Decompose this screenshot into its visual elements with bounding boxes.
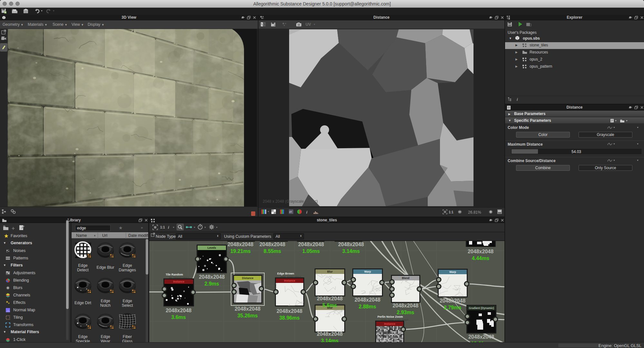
svg-text:1.05ms: 1.05ms bbox=[302, 248, 320, 254]
svg-text:Gradient (Dynamic): Gradient (Dynamic) bbox=[469, 306, 494, 310]
svg-text:Perlin Noise Zoom: Perlin Noise Zoom bbox=[377, 315, 403, 318]
svg-text:2048x2048: 2048x2048 bbox=[355, 297, 380, 303]
svg-text:2048x2048: 2048x2048 bbox=[317, 331, 343, 337]
svg-text:2048x2048: 2048x2048 bbox=[393, 303, 418, 308]
svg-text:3.14ms: 3.14ms bbox=[321, 338, 338, 342]
svg-text:Edge Brown: Edge Brown bbox=[277, 272, 294, 275]
svg-text:Blend: Blend bbox=[402, 276, 410, 280]
svg-text:2048x2048: 2048x2048 bbox=[259, 242, 285, 247]
svg-text:2048x2048: 2048x2048 bbox=[277, 308, 302, 314]
svg-text:3.6ms: 3.6ms bbox=[171, 314, 186, 320]
svg-text:2.79ms: 2.79ms bbox=[444, 305, 461, 310]
svg-text:2048x2048: 2048x2048 bbox=[166, 308, 191, 313]
svg-text:2.93ms: 2.93ms bbox=[397, 310, 414, 315]
svg-text:2048x2048: 2048x2048 bbox=[235, 306, 260, 312]
svg-text:2048x2048: 2048x2048 bbox=[338, 242, 364, 247]
svg-text:19.21ms: 19.21ms bbox=[230, 248, 250, 254]
svg-text:Tile Random: Tile Random bbox=[166, 273, 183, 276]
svg-text:3.14ms: 3.14ms bbox=[342, 248, 360, 254]
svg-text:2048x2048: 2048x2048 bbox=[199, 274, 225, 280]
svg-text:Warp: Warp bbox=[449, 270, 456, 274]
svg-text:2.88ms: 2.88ms bbox=[359, 304, 376, 309]
svg-text:Instance: Instance bbox=[173, 280, 184, 283]
svg-text:2048x2048: 2048x2048 bbox=[298, 242, 324, 247]
svg-text:2048x2048: 2048x2048 bbox=[468, 334, 494, 340]
svg-text:2048x2048: 2048x2048 bbox=[440, 298, 465, 304]
svg-text:5.6ms: 5.6ms bbox=[322, 303, 337, 308]
svg-text:2048x2048: 2048x2048 bbox=[468, 249, 493, 254]
svg-text:sR: sR bbox=[289, 211, 292, 213]
svg-text:Levels: Levels bbox=[208, 246, 216, 249]
svg-text:2048x2048: 2048x2048 bbox=[228, 242, 253, 247]
svg-text:2048x2048: 2048x2048 bbox=[317, 296, 343, 301]
svg-text:8.55ms: 8.55ms bbox=[264, 248, 281, 254]
svg-text:Warp: Warp bbox=[364, 270, 371, 273]
svg-text:Distance: Distance bbox=[242, 276, 254, 280]
svg-text:Instance: Instance bbox=[384, 322, 395, 325]
svg-text:2.9ms: 2.9ms bbox=[204, 281, 219, 286]
svg-text:4.44ms: 4.44ms bbox=[472, 256, 489, 261]
svg-text:35.26ms: 35.26ms bbox=[237, 313, 258, 318]
svg-text:38.96ms: 38.96ms bbox=[279, 315, 299, 321]
svg-text:Instance: Instance bbox=[284, 279, 295, 282]
svg-text:Blur: Blur bbox=[327, 270, 333, 273]
